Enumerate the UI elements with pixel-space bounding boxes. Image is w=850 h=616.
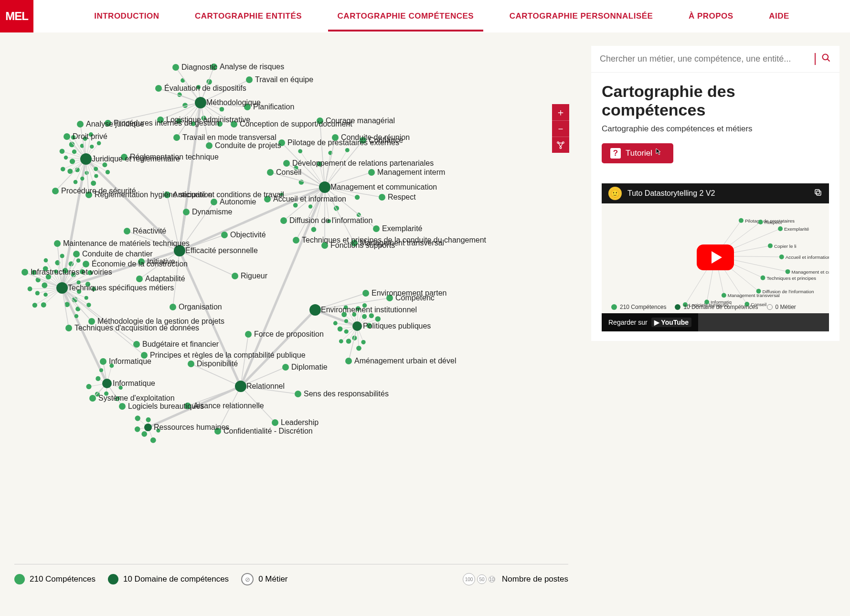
svg-point-48	[83, 137, 87, 141]
svg-line-299	[139, 251, 180, 279]
nav-item[interactable]: INTRODUCTION	[94, 1, 159, 32]
channel-avatar-icon: 🙂	[608, 187, 622, 200]
play-button[interactable]	[697, 244, 734, 270]
logo[interactable]: MEL	[0, 0, 33, 32]
nav-item[interactable]: CARTOGRAPHIE PERSONNALISÉE	[510, 1, 653, 32]
nav-item[interactable]: AIDE	[769, 1, 789, 32]
svg-point-352	[102, 379, 112, 388]
eye-off-icon: ⊘	[241, 573, 254, 585]
svg-point-284	[351, 240, 358, 246]
search-button[interactable]	[815, 53, 831, 65]
svg-point-242	[231, 121, 237, 127]
svg-text:Management transversal: Management transversal	[728, 293, 780, 298]
svg-line-233	[159, 88, 201, 103]
svg-point-12	[102, 162, 107, 167]
graph-canvas[interactable]: DiagnosticAnalyse de risquesTravail en é…	[0, 32, 583, 596]
svg-line-283	[325, 187, 354, 243]
svg-point-148	[375, 316, 381, 322]
side-subtitle: Cartographie des compétences et métiers	[602, 124, 829, 134]
svg-line-4	[86, 159, 180, 251]
svg-point-226	[146, 417, 151, 422]
zoom-in-button[interactable]: ＋	[552, 104, 569, 120]
svg-point-357	[560, 147, 562, 149]
svg-point-94	[87, 270, 93, 276]
youtube-logo: ▶ YouTube	[651, 318, 691, 327]
svg-point-349	[56, 282, 68, 294]
video-title-bar: 🙂 Tuto Datastorytelling 2 V2	[602, 183, 829, 203]
svg-point-166	[109, 363, 114, 368]
svg-point-268	[283, 160, 290, 167]
svg-point-26	[74, 180, 78, 184]
side-title: Cartographie des compétences	[602, 82, 829, 119]
tutorial-button[interactable]: ? Tutoriel	[602, 143, 673, 163]
svg-point-364	[758, 220, 763, 224]
svg-line-275	[325, 187, 382, 197]
svg-point-270	[267, 169, 274, 176]
svg-point-34	[70, 159, 75, 164]
svg-point-160	[86, 384, 91, 389]
copy-link-icon[interactable]	[814, 188, 822, 199]
svg-point-330	[345, 358, 352, 364]
svg-point-188	[298, 149, 302, 153]
svg-point-298	[232, 273, 238, 279]
svg-point-276	[379, 194, 385, 201]
svg-line-273	[267, 187, 325, 199]
svg-point-246	[206, 142, 212, 149]
svg-rect-397	[817, 191, 821, 195]
svg-line-341	[241, 386, 275, 423]
svg-point-322	[89, 395, 96, 402]
legend-dot-domaine	[108, 574, 118, 584]
svg-point-353	[235, 381, 246, 392]
svg-point-20	[91, 181, 96, 186]
nav-item[interactable]: CARTOGRAPHIE COMPÉTENCES	[338, 1, 474, 32]
svg-point-290	[183, 209, 190, 215]
svg-line-343	[218, 386, 241, 431]
video-embed[interactable]: Pilotage de prestatairesRespectExemplari…	[602, 183, 829, 331]
svg-point-38	[60, 149, 65, 154]
svg-point-282	[293, 237, 299, 244]
svg-text:Management et communication: Management et communication	[792, 269, 829, 275]
svg-point-264	[360, 137, 366, 144]
video-footer[interactable]: Regarder sur ▶ YouTube	[602, 313, 698, 331]
svg-text:Accueil et information: Accueil et information	[786, 255, 829, 260]
svg-line-193	[325, 150, 347, 187]
svg-point-345	[195, 97, 206, 108]
svg-point-70	[32, 270, 37, 275]
svg-point-232	[246, 76, 253, 83]
svg-line-227	[176, 67, 201, 103]
svg-line-339	[188, 386, 241, 406]
svg-point-194	[345, 148, 350, 152]
svg-line-327	[315, 298, 390, 310]
tutorial-label: Tutoriel	[626, 149, 652, 158]
svg-point-128	[338, 326, 343, 331]
search-input[interactable]	[600, 54, 815, 64]
svg-point-340	[184, 403, 191, 409]
legend-dot-competence	[14, 574, 25, 584]
graph-layout-button[interactable]	[552, 137, 569, 153]
svg-line-315	[62, 288, 137, 344]
svg-point-96	[77, 280, 81, 284]
svg-text:Exemplarité: Exemplarité	[784, 226, 809, 232]
svg-line-251	[86, 157, 124, 159]
svg-point-66	[42, 283, 47, 288]
svg-point-288	[211, 199, 217, 205]
svg-point-204	[176, 118, 182, 124]
nav-item[interactable]: À PROPOS	[689, 1, 733, 32]
svg-point-18	[94, 174, 98, 178]
svg-point-60	[43, 293, 48, 297]
svg-point-126	[344, 329, 349, 334]
svg-point-142	[362, 303, 367, 308]
svg-line-257	[167, 195, 180, 251]
zoom-out-button[interactable]: －	[552, 120, 569, 137]
svg-line-279	[325, 187, 376, 229]
svg-point-196	[220, 107, 224, 112]
svg-point-332	[245, 331, 252, 338]
nav-item[interactable]: CARTOGRAPHIE ENTITÉS	[195, 1, 302, 32]
legend-competences: 210 Compétences	[30, 574, 96, 584]
svg-point-318	[141, 352, 148, 359]
svg-point-36	[64, 156, 68, 159]
svg-point-146	[369, 313, 374, 318]
svg-point-190	[317, 161, 322, 167]
svg-point-244	[173, 134, 180, 141]
svg-point-168	[355, 195, 360, 200]
